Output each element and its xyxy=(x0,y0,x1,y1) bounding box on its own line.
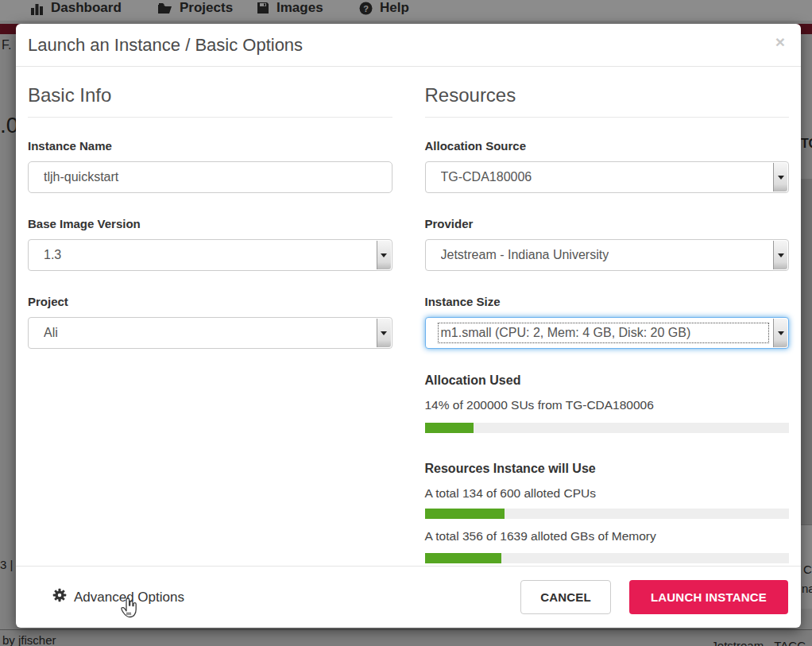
project-label: Project xyxy=(28,295,392,308)
selected-value: m1.small (CPU: 2, Mem: 4 GB, Disk: 20 GB… xyxy=(441,326,767,340)
close-icon[interactable]: × xyxy=(775,33,785,50)
allocation-used-heading: Allocation Used xyxy=(425,373,790,388)
chevron-down-icon xyxy=(377,241,391,269)
selected-value: Jetstream - Indiana University xyxy=(441,248,609,262)
base-image-version-select[interactable]: 1.3 xyxy=(28,239,392,271)
chevron-down-icon xyxy=(773,319,787,347)
modal-body: Basic Info Instance Name Base Image Vers… xyxy=(16,67,801,563)
cpu-usage-text: A total 134 of 600 alloted CPUs xyxy=(425,486,790,501)
allocation-used-progressbar xyxy=(425,423,790,433)
provider-select[interactable]: Jetstream - Indiana University xyxy=(425,239,790,271)
allocation-used-text: 14% of 200000 SUs from TG-CDA180006 xyxy=(425,398,790,412)
modal-header: Launch an Instance / Basic Options × xyxy=(16,24,801,67)
allocation-source-select[interactable]: TG-CDA180006 xyxy=(425,161,790,193)
advanced-options-label: Advanced Options xyxy=(74,590,184,605)
chevron-down-icon xyxy=(773,241,787,269)
project-select[interactable]: Ali xyxy=(28,317,392,349)
cancel-button[interactable]: CANCEL xyxy=(520,580,611,614)
resources-column: Resources Allocation Source TG-CDA180006… xyxy=(425,72,790,563)
instance-name-input[interactable] xyxy=(28,161,392,193)
allocation-source-label: Allocation Source xyxy=(425,139,790,153)
progress-fill xyxy=(425,509,505,519)
basic-info-column: Basic Info Instance Name Base Image Vers… xyxy=(28,72,392,563)
gear-icon xyxy=(52,588,67,606)
instance-name-label: Instance Name xyxy=(28,139,392,153)
basic-info-heading: Basic Info xyxy=(28,84,392,118)
memory-usage-text: A total 356 of 1639 alloted GBs of Memor… xyxy=(425,529,790,543)
modal-footer: Advanced Options CANCEL LAUNCH INSTANCE xyxy=(16,566,801,628)
launch-instance-button[interactable]: LAUNCH INSTANCE xyxy=(629,580,788,614)
chevron-down-icon xyxy=(773,163,787,191)
cpu-progressbar xyxy=(425,509,790,519)
progress-fill xyxy=(425,423,474,433)
progress-fill xyxy=(425,553,501,563)
resources-heading: Resources xyxy=(425,84,790,118)
selected-value: TG-CDA180006 xyxy=(441,170,532,184)
instance-size-select[interactable]: m1.small (CPU: 2, Mem: 4 GB, Disk: 20 GB… xyxy=(425,317,790,349)
chevron-down-icon xyxy=(377,319,391,347)
advanced-options-link[interactable]: Advanced Options xyxy=(52,588,184,606)
launch-instance-modal: Launch an Instance / Basic Options × Bas… xyxy=(16,24,801,628)
provider-label: Provider xyxy=(425,217,790,230)
selected-value: 1.3 xyxy=(44,248,61,262)
base-image-version-label: Base Image Version xyxy=(28,217,392,230)
memory-progressbar xyxy=(425,553,790,563)
modal-title: Launch an Instance / Basic Options xyxy=(28,35,303,55)
instance-size-label: Instance Size xyxy=(425,295,790,308)
resources-will-use-heading: Resources Instance will Use xyxy=(425,462,790,476)
selected-value: Ali xyxy=(44,326,58,340)
